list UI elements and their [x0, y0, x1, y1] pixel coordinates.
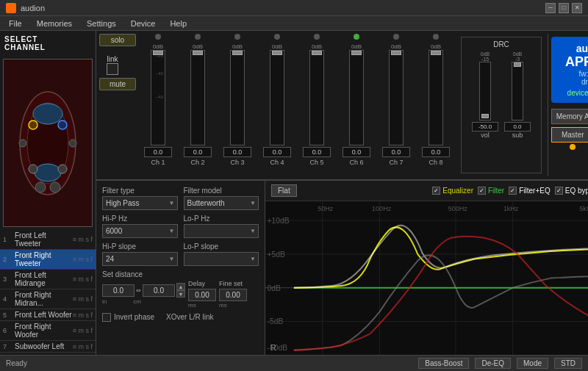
fine-input[interactable] [219, 289, 247, 301]
memory-a-button[interactable]: Memory A [551, 109, 588, 124]
filter-model-select[interactable]: Butterworth Linkwitz-Riley Bessel [184, 196, 259, 210]
ch5-value-input[interactable] [303, 147, 331, 157]
drc-vol-handle[interactable] [481, 114, 489, 118]
bass-boost-button[interactable]: Bass-Boost [418, 358, 469, 369]
ch3-db-top: 0dB [232, 43, 243, 50]
hip-slope-select[interactable]: 24 18 12 6 [102, 252, 178, 266]
distance-up[interactable]: ▲ [176, 283, 185, 290]
filter-label: Filter [488, 187, 504, 195]
drc-sub-input[interactable] [504, 122, 531, 132]
hip-hz-col: Hi-P Hz 6000 4000 3000 2000 [102, 215, 178, 238]
delay-ms-label: ms [188, 302, 216, 309]
link-icon: ⇔ [136, 287, 141, 294]
ch2-value-input[interactable] [184, 147, 212, 157]
equalizer-checkbox[interactable] [432, 187, 440, 195]
filter-checkbox[interactable] [478, 187, 486, 195]
ch3-fader-track[interactable] [230, 50, 245, 145]
flat-button[interactable]: Flat [271, 184, 297, 197]
ch1-fader-track[interactable]: –20 –40 –40 [151, 50, 165, 145]
device-brand: audison [557, 43, 588, 54]
ch7-fader-track[interactable] [389, 50, 404, 145]
channel-item-1[interactable]: 1 Front Left Tweeter ≡ m s f [0, 230, 96, 250]
filter-panel: Filter type High Pass Low Pass Band Pass… [96, 181, 265, 355]
ch5-fader-handle[interactable] [312, 51, 322, 55]
menu-memories[interactable]: Memories [31, 18, 78, 29]
ch1-fader-handle[interactable] [153, 51, 163, 55]
std-button[interactable]: STD [554, 358, 582, 369]
distance-in-input[interactable] [102, 284, 135, 297]
master-source-col: Master [551, 127, 588, 150]
lop-slope-select[interactable] [184, 252, 259, 266]
filter-type-select[interactable]: High Pass Low Pass Band Pass All Pass [102, 196, 178, 210]
ch4-fader-track[interactable] [270, 50, 284, 145]
ch8-value-input[interactable] [422, 147, 450, 157]
equalizer-label: Equalizer [442, 187, 473, 195]
ch4-fader-handle[interactable] [272, 51, 282, 55]
svg-point-7 [58, 165, 67, 173]
close-button[interactable]: ✕ [572, 3, 582, 13]
status-right: Bass-Boost De-EQ Mode STD [418, 358, 582, 369]
ch2-fader-track[interactable] [190, 50, 205, 145]
minimize-button[interactable]: ─ [545, 3, 556, 13]
window-controls: ─ □ ✕ [545, 3, 582, 13]
right-panel: audison APF8.9bit fw: 1.0.0.3 drc: 2.04 … [548, 34, 588, 176]
channel-item-7[interactable]: 7 Subwoofer Left ≡ m s f [0, 341, 96, 353]
menu-device[interactable]: Device [125, 18, 162, 29]
ch6-indicator [354, 34, 359, 40]
ch1-value-input[interactable] [144, 147, 172, 157]
ch5-fader-track[interactable] [309, 50, 324, 145]
hip-hz-select[interactable]: 6000 4000 3000 2000 [102, 224, 178, 238]
invert-checkbox[interactable] [102, 313, 111, 322]
drc-vol-track[interactable] [479, 62, 491, 120]
delay-input[interactable] [188, 289, 216, 301]
ch3-fader-handle[interactable] [232, 51, 243, 55]
eq-bypass-checkbox[interactable] [555, 187, 563, 195]
svg-text:+10dB: +10dB [268, 217, 290, 225]
drc-sub-track[interactable] [512, 62, 523, 120]
mute-button[interactable]: mute [99, 78, 136, 90]
car-view [3, 59, 93, 227]
fader-ch1: 0dB –20 –40 –40 Ch 1 [139, 34, 177, 176]
channel-item-5[interactable]: 5 Front Left Woofer ≡ m s f [0, 309, 96, 321]
ch7-value-input[interactable] [382, 147, 410, 157]
drc-vol-input[interactable] [472, 122, 498, 132]
menu-help[interactable]: Help [164, 18, 193, 29]
mode-button[interactable]: Mode [517, 358, 548, 369]
svg-point-4 [29, 120, 37, 129]
ch3-value-input[interactable] [223, 147, 251, 157]
master-button[interactable]: Master [551, 127, 588, 143]
menu-settings[interactable]: Settings [81, 18, 122, 29]
filter-eq-checkbox[interactable] [509, 187, 517, 195]
ch6-fader-track[interactable] [349, 50, 364, 145]
distance-down[interactable]: ▼ [176, 290, 185, 298]
ch7-fader-handle[interactable] [391, 51, 401, 55]
channel-item-6[interactable]: 6 Front Right Woofer ≡ m s f [0, 321, 96, 341]
solo-button[interactable]: solo [99, 34, 136, 46]
ch2-label: Ch 2 [190, 159, 204, 166]
channel-item-4[interactable]: 4 Front Right Midran... ≡ m s f [0, 289, 96, 309]
de-eq-button[interactable]: De-EQ [475, 358, 511, 369]
distance-cm-input[interactable] [143, 284, 175, 297]
svg-text:500Hz: 500Hz [448, 205, 468, 212]
car-diagram [4, 84, 92, 202]
maximize-button[interactable]: □ [559, 3, 569, 13]
svg-text:1kHz: 1kHz [503, 205, 519, 212]
ch6-value-input[interactable] [343, 147, 370, 157]
link-checkbox[interactable] [107, 63, 118, 75]
menu-file[interactable]: File [3, 18, 28, 29]
source-row: Master Optical [551, 127, 588, 150]
svg-text:-5dB: -5dB [268, 317, 284, 325]
ch8-fader-track[interactable] [429, 50, 443, 145]
channel-item-2[interactable]: 2 Front Right Tweeter ≡ m s f [0, 250, 96, 270]
invert-phase-label[interactable]: Invert phase [102, 313, 154, 322]
channel-item-3[interactable]: 3 Front Left Midrange ≡ m s f [0, 270, 96, 289]
invert-row: Invert phase XOver L/R link [102, 313, 259, 322]
ch6-fader-handle[interactable] [351, 51, 362, 55]
fader-ch4: 0dB Ch 4 [258, 34, 296, 176]
ch4-value-input[interactable] [263, 147, 291, 157]
ch8-fader-handle[interactable] [431, 51, 441, 55]
drc-sub-handle[interactable] [514, 62, 521, 67]
device-model: APF8.9bit [557, 54, 588, 70]
lop-hz-select[interactable] [184, 224, 259, 238]
ch2-fader-handle[interactable] [193, 51, 203, 55]
